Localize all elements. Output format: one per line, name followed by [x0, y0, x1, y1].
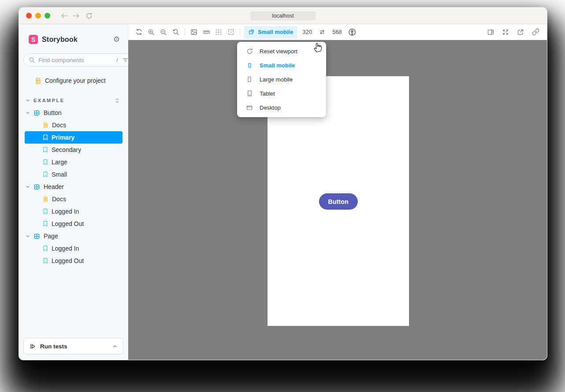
sidebar-story-header-docs[interactable]: Docs: [25, 193, 123, 205]
forward-icon[interactable]: [72, 13, 80, 19]
story-label: Primary: [52, 134, 74, 141]
close-window-button[interactable]: [26, 13, 32, 18]
zoom-window-button[interactable]: [45, 13, 50, 18]
address-bar[interactable]: localhost: [250, 11, 316, 20]
sidebar-component-header[interactable]: Header: [25, 181, 123, 193]
bookmark-icon: [43, 221, 48, 227]
address-bar-url: localhost: [272, 13, 294, 19]
viewport-dropdown-menu: Reset viewport Small mobile Large mobile: [237, 42, 326, 117]
docs-icon: [43, 122, 48, 128]
bookmark-icon: [43, 245, 48, 251]
docs-icon: [43, 196, 48, 202]
story-label: Logged Out: [52, 220, 84, 227]
viewport-icon: [248, 29, 255, 35]
brand-title[interactable]: Storybook: [42, 36, 78, 44]
back-icon[interactable]: [61, 13, 68, 19]
story-label: Logged In: [52, 245, 79, 252]
run-tests-label: Run tests: [40, 343, 67, 350]
storybook-sidebar: S Storybook ⚙ /: [19, 24, 128, 360]
gear-icon[interactable]: ⚙: [113, 36, 120, 43]
section-label: EXAMPLE: [33, 98, 65, 103]
component-icon: [33, 184, 40, 190]
menu-item-reset-viewport[interactable]: Reset viewport: [237, 44, 326, 58]
sidebar-item-configure-project[interactable]: Configure your project: [25, 74, 123, 87]
search-input[interactable]: [38, 57, 116, 63]
storybook-logo-icon: S: [29, 35, 38, 44]
sidebar-component-page[interactable]: Page: [25, 230, 123, 242]
tablet-icon: [246, 90, 253, 97]
sidebar-section-example[interactable]: EXAMPLE: [25, 94, 123, 107]
sidebar-story-page-logged-out[interactable]: Logged Out: [25, 255, 123, 267]
menu-item-label: Desktop: [260, 104, 281, 111]
viewport-selector-button[interactable]: Small mobile: [244, 26, 297, 38]
bookmark-icon: [43, 147, 48, 153]
sidebar-story-button-small[interactable]: Small: [25, 168, 123, 181]
open-in-new-tab-icon[interactable]: [514, 26, 527, 38]
sidebar-story-button-secondary[interactable]: Secondary: [25, 144, 123, 156]
copy-link-icon[interactable]: [529, 26, 542, 38]
sidebar-story-header-logged-in[interactable]: Logged In: [25, 205, 123, 218]
reset-viewport-icon: [246, 48, 253, 55]
reload-icon[interactable]: [85, 12, 93, 19]
toolbar-divider: [240, 28, 240, 37]
menu-item-tablet[interactable]: Tablet: [237, 86, 326, 100]
accessibility-icon[interactable]: [346, 26, 358, 38]
story-label: Large: [52, 159, 67, 166]
zoom-in-icon[interactable]: [145, 26, 157, 38]
sidebar-story-button-primary-selected[interactable]: Primary: [25, 131, 123, 144]
collapse-expand-all-icon[interactable]: [114, 97, 120, 104]
chevron-up-icon[interactable]: [112, 344, 118, 349]
minimize-window-button[interactable]: [35, 13, 41, 18]
filter-icon[interactable]: [122, 57, 129, 63]
canvas-pane: Small mobile 320 568: [128, 24, 547, 360]
browser-titlebar: localhost: [19, 7, 547, 24]
story-label: Docs: [52, 196, 66, 203]
swap-dimensions-icon[interactable]: [316, 26, 328, 38]
run-tests-button[interactable]: Run tests: [23, 338, 123, 355]
bookmark-icon: [43, 171, 48, 178]
story-preview-button[interactable]: Button: [319, 193, 357, 210]
change-background-icon[interactable]: [188, 26, 200, 38]
outline-icon[interactable]: [225, 26, 237, 38]
chevron-down-icon: [25, 110, 30, 115]
run-tests-icon: [30, 343, 36, 350]
document-icon: [35, 78, 41, 84]
component-label: Button: [44, 109, 61, 116]
measure-icon[interactable]: [200, 26, 212, 38]
component-label: Page: [44, 233, 58, 240]
bookmark-icon: [43, 134, 48, 141]
story-label: Logged In: [52, 208, 79, 215]
traffic-lights: [26, 13, 50, 18]
sidebar-story-button-docs[interactable]: Docs: [25, 119, 123, 131]
browser-window: localhost S Storybook ⚙ /: [19, 7, 547, 360]
viewport-selector-label: Small mobile: [258, 29, 293, 35]
menu-item-small-mobile[interactable]: Small mobile: [237, 58, 326, 72]
search-shortcut-hint: /: [116, 57, 118, 63]
sidebar-story-header-logged-out[interactable]: Logged Out: [25, 218, 123, 230]
menu-item-desktop[interactable]: Desktop: [237, 100, 326, 115]
toggle-addons-panel-icon[interactable]: [484, 26, 497, 38]
menu-item-large-mobile[interactable]: Large mobile: [237, 72, 326, 86]
component-label: Header: [44, 183, 64, 190]
story-label: Logged Out: [52, 257, 84, 264]
sidebar-component-button[interactable]: Button: [25, 107, 123, 119]
toolbar-divider: [185, 28, 185, 37]
zoom-out-icon[interactable]: [157, 26, 170, 38]
grid-icon[interactable]: [212, 26, 225, 38]
viewport-width-value[interactable]: 320: [302, 29, 312, 35]
story-canvas: Button: [128, 40, 547, 360]
canvas-toolbar: Small mobile 320 568: [128, 24, 547, 40]
reset-zoom-icon[interactable]: [170, 26, 182, 38]
search-box[interactable]: /: [23, 53, 134, 67]
sidebar-story-button-large[interactable]: Large: [25, 156, 123, 168]
story-label: Small: [52, 171, 67, 178]
sidebar-story-page-logged-in[interactable]: Logged In: [25, 242, 123, 255]
menu-item-label: Large mobile: [260, 76, 293, 83]
large-mobile-icon: [246, 76, 253, 83]
fullscreen-icon[interactable]: [499, 26, 512, 38]
viewport-height-value[interactable]: 568: [332, 29, 342, 35]
remount-component-icon[interactable]: [133, 26, 145, 38]
bookmark-icon: [43, 258, 48, 264]
component-icon: [33, 233, 40, 240]
component-icon: [33, 110, 40, 116]
